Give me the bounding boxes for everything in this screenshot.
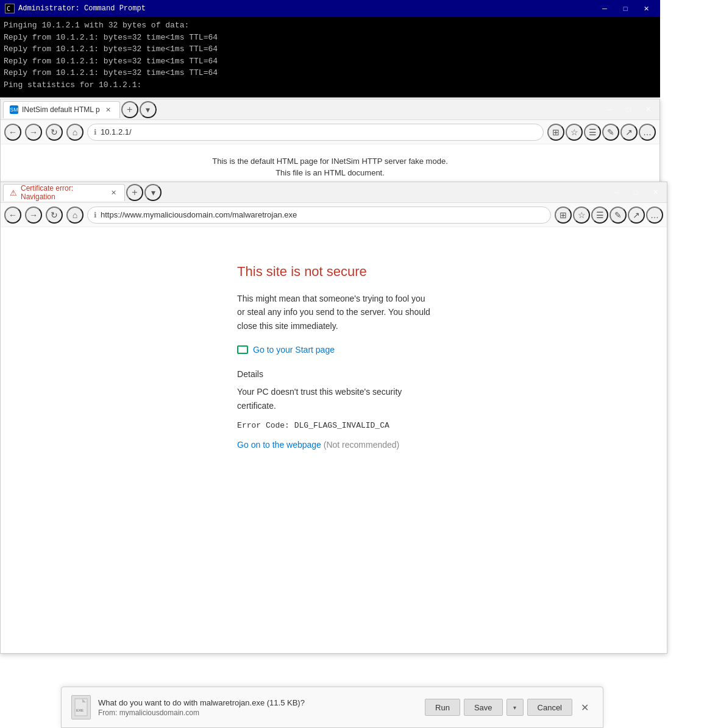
browser1-maximize-button[interactable]: □ [619,104,638,116]
browser1-win-controls: ─ □ ✕ [600,104,657,116]
download-run-button[interactable]: Run [425,699,460,716]
browser1-line1: This is the default HTML page for INetSi… [13,157,647,166]
browser1-new-tab-button[interactable]: + [121,101,138,118]
download-save-chevron[interactable]: ▾ [507,699,524,716]
error-code: Error Code: DLG_FLAGS_INVALID_CA [237,421,430,430]
browser1-window: SM INetSim default HTML p ✕ + ▾ ─ □ ✕ ← … [0,99,660,189]
cmd-line-2: Reply from 10.1.2.1: bytes=32 time<1ms T… [4,32,656,44]
browser2-titlebar: ⚠ Certificate error: Navigation ✕ + ▾ ─ … [1,182,667,203]
browser2-share-button[interactable]: ↗ [628,207,645,224]
browser2-new-tab-button[interactable]: + [126,184,143,201]
download-cancel-button[interactable]: Cancel [527,699,572,716]
browser2-content: This site is not secure This might mean … [1,227,667,450]
cmd-titlebar-controls: ─ □ ✕ [595,2,655,15]
browser1-refresh-button[interactable]: ↻ [46,124,63,141]
browser2-forward-button[interactable]: → [25,207,42,224]
details-section: Details Your PC doesn't trust this websi… [237,369,430,450]
browser1-navbar: ← → ↻ ⌂ ℹ 10.1.2.1/ ⊞ ☆ ☰ ✎ ↗ … [1,120,659,144]
browser2-reader-button[interactable]: ⊞ [555,207,572,224]
download-close-button[interactable]: ✕ [576,699,593,716]
cmd-content: Pinging 10.1.2.1 with 32 bytes of data: … [0,17,660,93]
cmd-icon: C [5,4,15,13]
browser1-reader-button[interactable]: ⊞ [547,124,564,141]
download-question: What do you want to do with malwaretroja… [98,698,418,707]
go-on-link: Go on to the webpage (Not recommended) [237,440,430,450]
details-label: Details [237,369,430,379]
download-file-icon: EXE [71,695,91,719]
browser1-nav-right-buttons: ⊞ ☆ ☰ ✎ ↗ … [547,124,656,141]
browser1-tab-dropdown-button[interactable]: ▾ [140,101,157,118]
browser1-tab-active[interactable]: SM INetSim default HTML p ✕ [3,101,120,118]
browser1-favicon: SM [10,105,18,114]
browser2-lock-icon: ℹ [94,211,97,219]
browser2-favorites-button[interactable]: ☆ [573,207,590,224]
browser2-nav-right-buttons: ⊞ ☆ ☰ ✎ ↗ … [555,207,663,224]
browser2-hub-button[interactable]: ☰ [591,207,608,224]
cmd-line-4: Reply from 10.1.2.1: bytes=32 time<1ms T… [4,55,656,68]
cmd-minimize-button[interactable]: ─ [595,2,614,15]
details-text: Your PC doesn't trust this website's sec… [237,385,430,412]
go-on-anchor[interactable]: Go on to the webpage [237,440,321,450]
cmd-titlebar: C Administrator: Command Prompt ─ □ ✕ [0,0,660,17]
browser1-titlebar: SM INetSim default HTML p ✕ + ▾ ─ □ ✕ [1,99,659,120]
browser1-hub-button[interactable]: ☰ [584,124,601,141]
browser2-address-bar[interactable]: ℹ https://www.mymaliciousdomain.com/malw… [87,207,551,224]
browser1-more-button[interactable]: … [639,124,656,141]
start-page-icon [237,345,248,354]
browser1-favorites-button[interactable]: ☆ [566,124,583,141]
browser2-more-button[interactable]: … [646,207,663,224]
browser1-notes-button[interactable]: ✎ [602,124,619,141]
browser2-tab-close[interactable]: ✕ [109,188,118,197]
browser2-address-text: https://www.mymaliciousdomain.com/malwar… [101,210,544,219]
browser1-home-button[interactable]: ⌂ [66,124,84,141]
error-description: This might mean that someone's trying to… [237,292,430,333]
browser2-close-button[interactable]: ✕ [646,186,664,199]
browser2-back-button[interactable]: ← [4,207,21,224]
cmd-titlebar-left: C Administrator: Command Prompt [5,4,146,13]
browser2-tab-dropdown-button[interactable]: ▾ [144,184,162,201]
browser2-window: ⚠ Certificate error: Navigation ✕ + ▾ ─ … [0,182,667,654]
browser2-win-controls: ─ □ ✕ [607,186,664,199]
browser2-home-button[interactable]: ⌂ [66,207,84,224]
cmd-line-5: Reply from 10.1.2.1: bytes=32 time<1ms T… [4,67,656,79]
browser2-maximize-button[interactable]: □ [627,186,645,199]
download-source: From: mymaliciousdomain.com [98,709,418,717]
download-bar: EXE What do you want to do with malwaret… [61,687,603,728]
browser1-line2: This file is an HTML document. [13,168,647,177]
browser2-tabs: ⚠ Certificate error: Navigation ✕ + ▾ [3,184,607,201]
browser1-address-text: 10.1.2.1/ [101,127,537,136]
error-title: This site is not secure [237,264,430,280]
svg-text:C: C [7,5,10,12]
browser1-tabs: SM INetSim default HTML p ✕ + ▾ [3,101,600,118]
browser1-lock-icon: ℹ [94,128,97,136]
browser1-minimize-button[interactable]: ─ [600,104,618,116]
cmd-close-button[interactable]: ✕ [637,2,655,15]
svg-text:EXE: EXE [76,709,84,712]
cmd-maximize-button[interactable]: □ [616,2,634,15]
browser2-minimize-button[interactable]: ─ [607,186,625,199]
not-recommended-text: (Not recommended) [324,440,400,450]
browser2-notes-button[interactable]: ✎ [610,207,627,224]
browser1-tab-label: INetSim default HTML p [22,105,100,114]
cmd-window: C Administrator: Command Prompt ─ □ ✕ Pi… [0,0,660,97]
browser1-forward-button[interactable]: → [25,124,42,141]
cmd-line-7: Ping statistics for 10.1.2.1: [4,79,656,91]
browser2-navbar: ← → ↻ ⌂ ℹ https://www.mymaliciousdomain.… [1,203,667,227]
browser1-address-bar[interactable]: ℹ 10.1.2.1/ [87,124,544,141]
error-container: This site is not secure This might mean … [237,264,430,450]
browser2-tab-active[interactable]: ⚠ Certificate error: Navigation ✕ [3,184,125,201]
browser2-tab-label: Certificate error: Navigation [21,184,105,201]
browser1-back-button[interactable]: ← [4,124,21,141]
svg-rect-2 [75,699,87,716]
download-save-button[interactable]: Save [464,699,503,716]
cmd-title: Administrator: Command Prompt [18,4,146,13]
browser2-refresh-button[interactable]: ↻ [46,207,63,224]
cmd-line-1: Pinging 10.1.2.1 with 32 bytes of data: [4,19,656,32]
browser1-tab-close[interactable]: ✕ [104,105,113,115]
start-page-link-text: Go to your Start page [253,345,335,355]
cert-error-icon: ⚠ [10,188,17,197]
download-info: What do you want to do with malwaretroja… [98,698,418,717]
browser1-close-button[interactable]: ✕ [639,104,657,116]
browser1-share-button[interactable]: ↗ [620,124,638,141]
start-page-link[interactable]: Go to your Start page [237,345,430,355]
